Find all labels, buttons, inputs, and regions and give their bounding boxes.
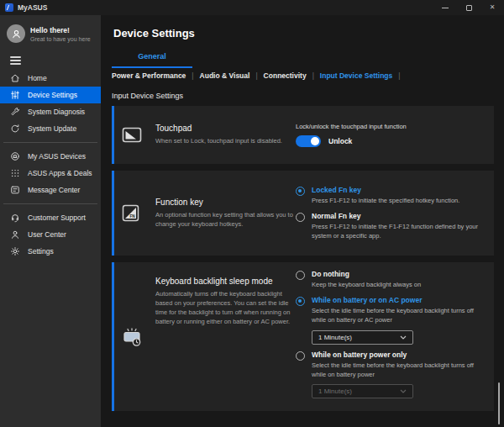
myasus-logo-icon xyxy=(5,3,13,12)
apps-grid-icon xyxy=(9,167,20,178)
dropdown-value: 1 Minute(s) xyxy=(318,334,400,341)
idle-time-dropdown-ac[interactable]: 1 Minute(s) xyxy=(312,330,413,345)
radio-description: Press F1-F12 to initiate the F1-F12 func… xyxy=(312,223,487,241)
touchpad-icon xyxy=(122,127,142,143)
sidebar-item-my-asus-devices[interactable]: My ASUS Devices xyxy=(0,148,101,165)
wrench-icon xyxy=(9,106,20,117)
sidebar-item-system-update[interactable]: System Update xyxy=(0,120,101,137)
radio-locked-fn-key[interactable]: Locked Fn key Press F1-F12 to initiate t… xyxy=(296,186,487,206)
svg-text:FN: FN xyxy=(129,214,135,219)
touchpad-card: Touchpad When set to Lock, touchpad inpu… xyxy=(112,106,494,164)
sidebar-item-home[interactable]: Home xyxy=(0,70,101,87)
keyboard-backlight-card: Keyboard backlight sleep mode Automatica… xyxy=(112,262,494,411)
chevron-down-icon xyxy=(400,335,407,340)
sidebar-item-system-diagnosis[interactable]: System Diagnosis xyxy=(0,103,101,120)
tab-separator: | xyxy=(255,71,257,80)
touchpad-toggle[interactable] xyxy=(296,135,321,147)
dropdown-value: 1 Minute(s) xyxy=(318,387,400,395)
function-key-card: FN Function key An optional function key… xyxy=(112,171,494,256)
radio-label: While on battery power only xyxy=(312,351,487,359)
menu-toggle-icon[interactable] xyxy=(10,56,21,65)
radio-icon xyxy=(296,351,305,361)
card-title: Keyboard backlight sleep mode xyxy=(155,277,296,286)
subtab-connectivity[interactable]: Connectivity xyxy=(264,71,307,80)
app-title: MyASUS xyxy=(18,3,47,12)
main-content: Device Settings General Power & Performa… xyxy=(101,15,504,427)
sidebar-divider xyxy=(3,142,97,143)
sidebar-item-label: System Update xyxy=(28,124,76,133)
message-icon xyxy=(9,184,20,195)
sidebar-divider xyxy=(3,203,97,204)
sliders-icon xyxy=(9,89,20,100)
tab-general[interactable]: General xyxy=(112,52,192,68)
card-description: An optional function key setting that al… xyxy=(155,211,296,229)
close-button[interactable]: ✕ xyxy=(480,0,504,15)
sidebar-item-settings[interactable]: Settings xyxy=(0,243,101,260)
sidebar-item-label: Message Center xyxy=(28,186,80,194)
card-title: Function key xyxy=(155,198,296,207)
subtab-bar: Power & Performance | Audio & Visual | C… xyxy=(112,71,407,80)
keyboard-backlight-icon xyxy=(122,327,144,347)
subtab-power-performance[interactable]: Power & Performance xyxy=(112,71,186,80)
tab-separator: | xyxy=(192,71,193,80)
toggle-description: Lock/unlock the touchpad input function xyxy=(296,123,487,130)
settings-cards: Touchpad When set to Lock, touchpad inpu… xyxy=(112,106,494,411)
sidebar-item-user-center[interactable]: User Center xyxy=(0,226,101,243)
avatar xyxy=(7,24,25,43)
subtab-audio-visual[interactable]: Audio & Visual xyxy=(200,71,250,80)
sidebar-item-label: Customer Support xyxy=(28,214,86,222)
idle-time-dropdown-battery: 1 Minute(s) xyxy=(312,384,413,398)
radio-normal-fn-key[interactable]: Normal Fn key Press F1-F12 to initiate t… xyxy=(296,212,487,241)
radio-battery-only[interactable]: While on battery power only Select the i… xyxy=(296,351,487,399)
tab-separator: | xyxy=(398,71,400,80)
titlebar: MyASUS ✕ xyxy=(0,0,504,15)
sidebar-item-message-center[interactable]: Message Center xyxy=(0,182,101,198)
radio-icon xyxy=(296,271,305,280)
radio-icon xyxy=(296,297,305,306)
sidebar-item-label: Home xyxy=(28,74,47,82)
toggle-knob xyxy=(311,137,319,145)
radio-label: Locked Fn key xyxy=(312,186,459,194)
radio-description: Select the idle time before the keyboard… xyxy=(312,361,487,380)
close-icon: ✕ xyxy=(490,4,496,11)
radio-label: While on battery or on AC power xyxy=(312,296,487,304)
radio-label: Normal Fn key xyxy=(312,212,487,220)
radio-description: Press F1-F12 to initiate the specified h… xyxy=(312,197,459,206)
minimize-button[interactable] xyxy=(433,0,457,15)
person-icon xyxy=(11,29,22,40)
headset-icon xyxy=(9,212,20,223)
greeting-title: Hello there! xyxy=(30,26,91,34)
minimize-icon xyxy=(442,8,449,8)
radio-icon xyxy=(296,213,305,222)
gear-icon xyxy=(9,245,20,256)
sidebar-item-device-settings[interactable]: Device Settings xyxy=(0,87,101,103)
toggle-state-label: Unlock xyxy=(328,137,352,145)
card-description: Automatically turns off the keyboard bac… xyxy=(155,290,296,327)
sidebar-item-label: My ASUS Devices xyxy=(28,152,86,161)
sidebar-nav: Home Device Settings System Diagnosis Sy… xyxy=(0,70,101,260)
user-icon xyxy=(9,229,20,240)
fn-key-icon: FN xyxy=(122,204,139,222)
sidebar-item-asus-apps-deals[interactable]: ASUS Apps & Deals xyxy=(0,165,101,182)
vertical-scrollbar[interactable] xyxy=(498,382,500,424)
sidebar: Hello there! Great to have you here Home… xyxy=(0,15,101,427)
radio-icon xyxy=(296,187,305,196)
chevron-down-icon xyxy=(400,389,407,393)
sidebar-item-label: System Diagnosis xyxy=(28,108,85,116)
radio-description: Select the idle time before the keyboard… xyxy=(312,307,487,325)
radio-label: Do nothing xyxy=(312,270,421,278)
radio-do-nothing[interactable]: Do nothing Keep the keyboard backlight a… xyxy=(296,270,487,290)
home-icon xyxy=(9,72,20,83)
user-greeting[interactable]: Hello there! Great to have you here xyxy=(0,15,101,51)
sidebar-item-customer-support[interactable]: Customer Support xyxy=(0,209,101,226)
update-icon xyxy=(9,123,20,134)
devices-icon xyxy=(9,150,20,161)
greeting-subtitle: Great to have you here xyxy=(30,36,91,42)
subtab-input-device-settings[interactable]: Input Device Settings xyxy=(320,71,392,80)
maximize-button[interactable] xyxy=(457,0,480,15)
card-title: Touchpad xyxy=(155,124,296,133)
radio-battery-or-ac[interactable]: While on battery or on AC power Select t… xyxy=(296,296,487,345)
sidebar-item-label: User Center xyxy=(28,230,66,239)
maximize-icon xyxy=(466,5,472,11)
page-title: Device Settings xyxy=(113,27,195,40)
